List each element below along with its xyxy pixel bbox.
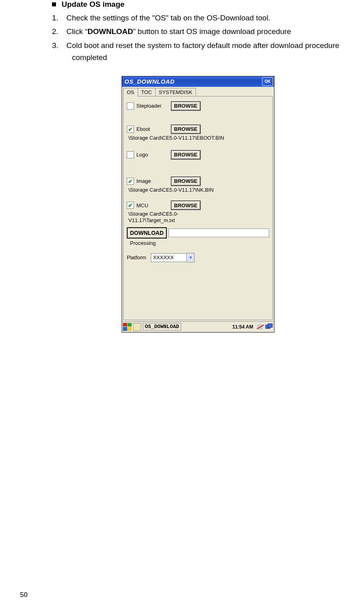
label-mcu: MCU — [136, 202, 168, 208]
bullet-icon — [52, 2, 56, 6]
section-heading: Update OS image — [52, 0, 344, 9]
checkbox-mcu[interactable]: ✔ — [127, 202, 134, 209]
download-button[interactable]: DOWNLOAD — [127, 227, 167, 238]
network-disabled-icon[interactable] — [256, 323, 264, 331]
step-num: 3. — [52, 40, 66, 52]
taskbar: OS_DOWNLOAD 11:54 AM — [122, 321, 274, 332]
step-text-post: ” button to start OS image download proc… — [133, 27, 291, 36]
step-1: 1.Check the settings of the "OS" tab on … — [52, 12, 344, 24]
platform-row: Platform ▼ — [127, 253, 269, 262]
path-image: \Storage Card\CE5.0-V11.17\NK.BIN — [128, 187, 269, 193]
chevron-down-icon[interactable]: ▼ — [187, 253, 194, 262]
tab-os[interactable]: OS — [123, 88, 138, 96]
svg-rect-1 — [268, 324, 272, 327]
window-title: OS_DOWNLOAD — [124, 78, 175, 85]
screenshot-figure: OS_DOWNLOAD OK OS TOC SYSTEMDISK Steploa… — [52, 76, 344, 333]
step-text: Check the settings of the "OS" tab on th… — [66, 14, 270, 22]
label-steploader: Steploader — [136, 103, 168, 109]
checkbox-image[interactable]: ✔ — [127, 178, 134, 185]
step-text-bold: DOWNLOAD — [88, 27, 133, 36]
label-image: Image — [136, 178, 168, 184]
step-num: 2. — [52, 26, 66, 38]
step-num: 1. — [52, 12, 66, 24]
processing-label: Processing — [130, 240, 269, 246]
download-row: DOWNLOAD — [127, 227, 269, 238]
step-2: 2.Click “DOWNLOAD” button to start OS im… — [52, 26, 344, 38]
label-logo: Logo — [136, 152, 168, 158]
checkbox-logo[interactable] — [127, 151, 134, 158]
start-icon[interactable] — [123, 323, 132, 331]
checkbox-eboot[interactable]: ✔ — [127, 126, 134, 133]
steps-list: 1.Check the settings of the "OS" tab on … — [52, 12, 344, 64]
browse-mcu-button[interactable]: BROWSE — [171, 200, 201, 210]
taskbar-app-label[interactable]: OS_DOWNLOAD — [143, 323, 181, 331]
tab-toc[interactable]: TOC — [138, 88, 156, 96]
platform-input[interactable] — [151, 253, 187, 262]
heading-text: Update OS image — [62, 0, 124, 8]
row-mcu: ✔ MCU BROWSE — [127, 200, 269, 210]
step-text: Cold boot and reset the system to factor… — [66, 41, 339, 62]
taskbar-time: 11:54 AM — [231, 324, 255, 330]
tab-strip: OS TOC SYSTEMDISK — [122, 87, 274, 96]
row-logo: Logo BROWSE — [127, 150, 269, 160]
progress-bar — [168, 228, 269, 237]
screens-icon[interactable] — [265, 323, 273, 331]
browse-steploader-button[interactable]: BROWSE — [171, 101, 201, 111]
checkbox-steploader[interactable] — [127, 102, 134, 110]
title-bar: OS_DOWNLOAD OK — [122, 76, 274, 87]
browse-eboot-button[interactable]: BROWSE — [171, 124, 201, 134]
path-mcu: \Storage Card\CE5.0-V11.17\Target_m.txt — [128, 211, 208, 224]
row-steploader: Steploader BROWSE — [127, 101, 269, 111]
page-number: 50 — [20, 591, 28, 599]
label-eboot: Eboot — [136, 126, 168, 132]
browse-image-button[interactable]: BROWSE — [171, 176, 201, 186]
row-eboot: ✔ Eboot BROWSE — [127, 124, 269, 134]
step-text-pre: Click “ — [66, 27, 88, 36]
device-window: OS_DOWNLOAD OK OS TOC SYSTEMDISK Steploa… — [122, 76, 274, 333]
row-image: ✔ Image BROWSE — [127, 176, 269, 186]
tab-panel-os: Steploader BROWSE ✔ Eboot BROWSE \Storag… — [123, 96, 273, 320]
step-3: 3.Cold boot and reset the system to fact… — [52, 40, 344, 64]
platform-label: Platform — [127, 254, 146, 260]
browse-logo-button[interactable]: BROWSE — [171, 150, 201, 160]
tab-systemdisk[interactable]: SYSTEMDISK — [155, 88, 196, 96]
taskbar-app-icon[interactable] — [133, 323, 141, 331]
platform-combo[interactable]: ▼ — [151, 253, 194, 262]
ok-button[interactable]: OK — [262, 77, 273, 86]
path-eboot: \Storage Card\CE5.0-V11.17\EBOOT.BIN — [128, 135, 269, 141]
